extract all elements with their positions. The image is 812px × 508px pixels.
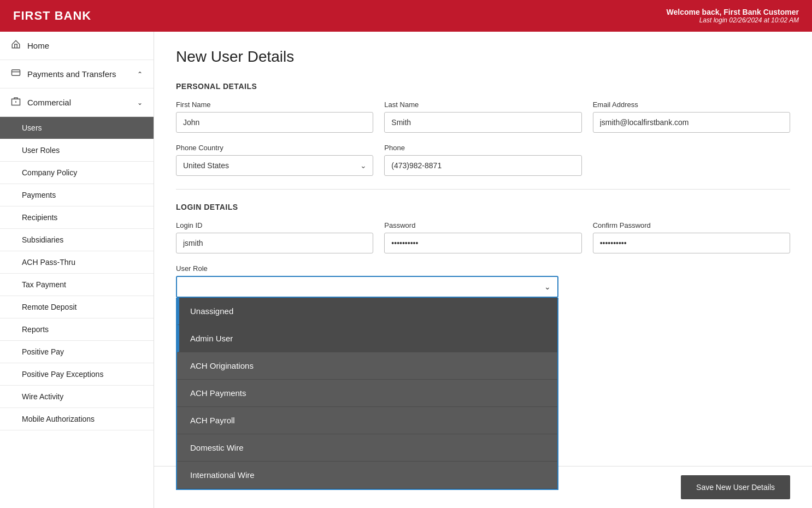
dropdown-option-ach-originations[interactable]: ACH Originations	[177, 352, 557, 380]
first-name-label: First Name	[176, 101, 373, 109]
user-role-group: User Role ⌄ Unassigned Admin User ACH Or…	[176, 264, 558, 298]
login-id-input[interactable]	[176, 233, 373, 253]
email-group: Email Address	[593, 101, 790, 133]
user-role-label: User Role	[176, 264, 558, 273]
user-role-select[interactable]: ⌄	[176, 276, 558, 298]
sidebar-remote-deposit-label: Remote Deposit	[22, 303, 77, 311]
dropdown-option-ach-payments[interactable]: ACH Payments	[177, 380, 557, 407]
confirm-password-input[interactable]	[593, 233, 790, 253]
email-input[interactable]	[593, 112, 790, 133]
sidebar-company-policy-label: Company Policy	[22, 168, 77, 177]
login-id-group: Login ID	[176, 221, 373, 253]
login-id-label: Login ID	[176, 221, 373, 229]
sidebar-home-label: Home	[27, 41, 49, 50]
svg-rect-0	[12, 70, 20, 76]
page-title: New User Details	[176, 48, 790, 66]
section-divider	[176, 189, 790, 190]
sidebar-item-positive-pay[interactable]: Positive Pay	[0, 341, 154, 363]
dropdown-option-domestic-wire[interactable]: Domestic Wire	[177, 434, 557, 462]
main-content: New User Details PERSONAL DETAILS First …	[154, 32, 812, 508]
first-name-input[interactable]	[176, 112, 373, 133]
bank-logo: FIRST BANK	[13, 9, 91, 23]
sidebar-payments-label: Payments and Transfers	[27, 69, 116, 79]
chevron-up-icon: ⌄	[137, 99, 143, 107]
sidebar-users-label: Users	[22, 123, 42, 132]
card-icon	[11, 68, 21, 80]
sidebar-item-positive-pay-exceptions[interactable]: Positive Pay Exceptions	[0, 363, 154, 386]
sidebar-item-company-policy[interactable]: Company Policy	[0, 162, 154, 184]
dropdown-option-unassigned[interactable]: Unassigned	[177, 298, 557, 325]
sidebar-item-commercial[interactable]: Commercial ⌄	[0, 88, 154, 117]
phone-spacer	[593, 144, 790, 176]
phone-country-group: Phone Country ⌄	[176, 144, 373, 176]
personal-details-row2: Phone Country ⌄ Phone	[176, 144, 790, 176]
sidebar-positive-pay-label: Positive Pay	[22, 347, 64, 356]
sidebar-user-roles-label: User Roles	[22, 146, 60, 155]
sidebar-item-remote-deposit[interactable]: Remote Deposit	[0, 296, 154, 318]
personal-details-row1: First Name Last Name Email Address	[176, 101, 790, 133]
building-icon	[11, 96, 21, 109]
login-details-row1: Login ID Password Confirm Password	[176, 221, 790, 253]
sidebar-tax-payment-label: Tax Payment	[22, 280, 66, 289]
dropdown-option-ach-payroll[interactable]: ACH Payroll	[177, 407, 557, 434]
sidebar-subsidiaries-label: Subsidiaries	[22, 235, 63, 244]
confirm-password-label: Confirm Password	[593, 221, 790, 229]
last-login: Last login 02/26/2024 at 10:02 AM	[667, 16, 799, 24]
phone-input[interactable]	[384, 155, 581, 176]
sidebar-payments-sub-label: Payments	[22, 191, 56, 199]
sidebar-item-user-roles[interactable]: User Roles	[0, 139, 154, 162]
dropdown-option-international-wire[interactable]: International Wire	[177, 462, 557, 489]
save-new-user-button[interactable]: Save New User Details	[681, 475, 790, 499]
home-icon	[11, 39, 21, 52]
app-header: FIRST BANK Welcome back, First Bank Cust…	[0, 0, 812, 32]
login-details-heading: LOGIN DETAILS	[176, 203, 790, 211]
sidebar-item-recipients[interactable]: Recipients	[0, 206, 154, 229]
password-label: Password	[384, 221, 581, 229]
sidebar-item-users[interactable]: Users	[0, 117, 154, 139]
sidebar-positive-pay-exceptions-label: Positive Pay Exceptions	[22, 370, 103, 379]
personal-details-heading: PERSONAL DETAILS	[176, 82, 790, 91]
sidebar-item-mobile-authorizations[interactable]: Mobile Authorizations	[0, 408, 154, 430]
first-name-group: First Name	[176, 101, 373, 133]
sidebar-commercial-label: Commercial	[27, 98, 71, 107]
sidebar-item-tax-payment[interactable]: Tax Payment	[0, 274, 154, 296]
sidebar-item-home[interactable]: Home	[0, 32, 154, 60]
user-role-chevron-icon: ⌄	[544, 282, 551, 291]
phone-country-label: Phone Country	[176, 144, 373, 152]
sidebar-item-wire-activity[interactable]: Wire Activity	[0, 386, 154, 408]
phone-country-select-wrapper[interactable]: ⌄	[176, 155, 373, 176]
dropdown-option-admin-user[interactable]: Admin User	[177, 325, 557, 352]
welcome-message: Welcome back, First Bank Customer	[667, 8, 799, 16]
phone-country-input[interactable]	[176, 155, 373, 176]
sidebar-item-reports[interactable]: Reports	[0, 318, 154, 341]
email-label: Email Address	[593, 101, 790, 109]
password-group: Password	[384, 221, 581, 253]
personal-details-section: PERSONAL DETAILS First Name Last Name Em…	[176, 82, 790, 176]
sidebar-recipients-label: Recipients	[22, 213, 57, 222]
phone-label: Phone	[384, 144, 581, 152]
sidebar-reports-label: Reports	[22, 325, 49, 334]
confirm-password-group: Confirm Password	[593, 221, 790, 253]
phone-group: Phone	[384, 144, 581, 176]
sidebar-item-payments-transfers[interactable]: Payments and Transfers ⌃	[0, 60, 154, 88]
user-info: Welcome back, First Bank Customer Last l…	[667, 8, 799, 24]
sidebar-item-subsidiaries[interactable]: Subsidiaries	[0, 229, 154, 251]
sidebar: Home Payments and Transfers ⌃ Commercial…	[0, 32, 154, 508]
last-name-group: Last Name	[384, 101, 581, 133]
sidebar-mobile-auth-label: Mobile Authorizations	[22, 415, 95, 423]
sidebar-wire-activity-label: Wire Activity	[22, 392, 63, 401]
user-role-dropdown: Unassigned Admin User ACH Originations A…	[176, 298, 558, 490]
last-name-input[interactable]	[384, 112, 581, 133]
chevron-down-icon: ⌃	[137, 70, 143, 78]
sidebar-item-payments[interactable]: Payments	[0, 184, 154, 206]
login-details-section: LOGIN DETAILS Login ID Password Confirm …	[176, 203, 790, 298]
sidebar-ach-pass-thru-label: ACH Pass-Thru	[22, 258, 75, 267]
last-name-label: Last Name	[384, 101, 581, 109]
password-input[interactable]	[384, 233, 581, 253]
sidebar-item-ach-pass-thru[interactable]: ACH Pass-Thru	[0, 251, 154, 274]
user-role-row: User Role ⌄ Unassigned Admin User ACH Or…	[176, 264, 790, 298]
